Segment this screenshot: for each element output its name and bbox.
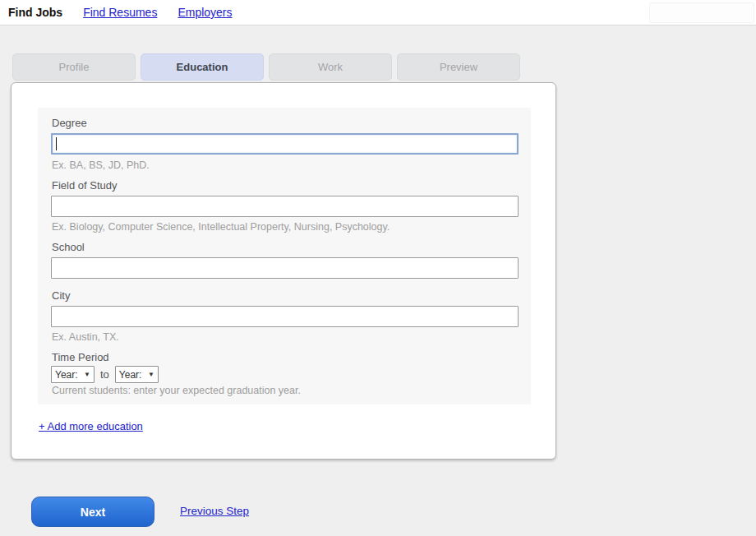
time-period-label: Time Period [52, 351, 109, 363]
time-period-hint: Current students: enter your expected gr… [52, 385, 301, 396]
add-more-education-link[interactable]: + Add more education [39, 420, 143, 432]
nav-employers[interactable]: Employers [177, 6, 232, 19]
degree-hint: Ex. BA, BS, JD, PhD. [52, 159, 150, 171]
top-navigation-bar: Find Jobs Find Resumes Employers [0, 0, 756, 25]
text-cursor [56, 137, 57, 150]
year-from-select[interactable]: Year: ▼ [51, 366, 94, 383]
time-period-connector: to [100, 368, 109, 381]
tab-profile[interactable]: Profile [12, 53, 136, 81]
city-input[interactable] [51, 306, 519, 327]
chevron-down-icon: ▼ [148, 372, 154, 378]
previous-step-link[interactable]: Previous Step [180, 505, 249, 517]
field-of-study-label: Field of Study [52, 179, 118, 192]
education-entry-panel: Degree Ex. BA, BS, JD, PhD. Field of Stu… [38, 108, 531, 404]
degree-input[interactable] [51, 133, 519, 155]
nav-find-resumes[interactable]: Find Resumes [83, 6, 157, 19]
school-label: School [52, 241, 85, 253]
year-to-select[interactable]: Year: ▼ [115, 366, 159, 383]
field-of-study-input[interactable] [51, 196, 519, 217]
topbar-search-box[interactable] [649, 2, 754, 23]
school-input[interactable] [51, 257, 519, 279]
tab-education[interactable]: Education [141, 53, 264, 81]
degree-label: Degree [52, 117, 87, 129]
field-of-study-hint: Ex. Biology, Computer Science, Intellect… [52, 221, 390, 233]
next-button[interactable]: Next [31, 497, 154, 527]
year-to-value: Year: [119, 369, 142, 381]
year-from-value: Year: [55, 369, 78, 381]
step-tabs: Profile Education Work Preview [12, 53, 520, 81]
education-form-card: Degree Ex. BA, BS, JD, PhD. Field of Stu… [11, 82, 556, 460]
tab-preview[interactable]: Preview [397, 53, 520, 81]
city-label: City [52, 289, 70, 302]
tab-work[interactable]: Work [269, 53, 392, 81]
time-period-row: Year: ▼ to Year: ▼ [51, 366, 159, 383]
city-hint: Ex. Austin, TX. [52, 331, 119, 343]
nav-find-jobs[interactable]: Find Jobs [8, 6, 62, 19]
chevron-down-icon: ▼ [84, 372, 90, 378]
